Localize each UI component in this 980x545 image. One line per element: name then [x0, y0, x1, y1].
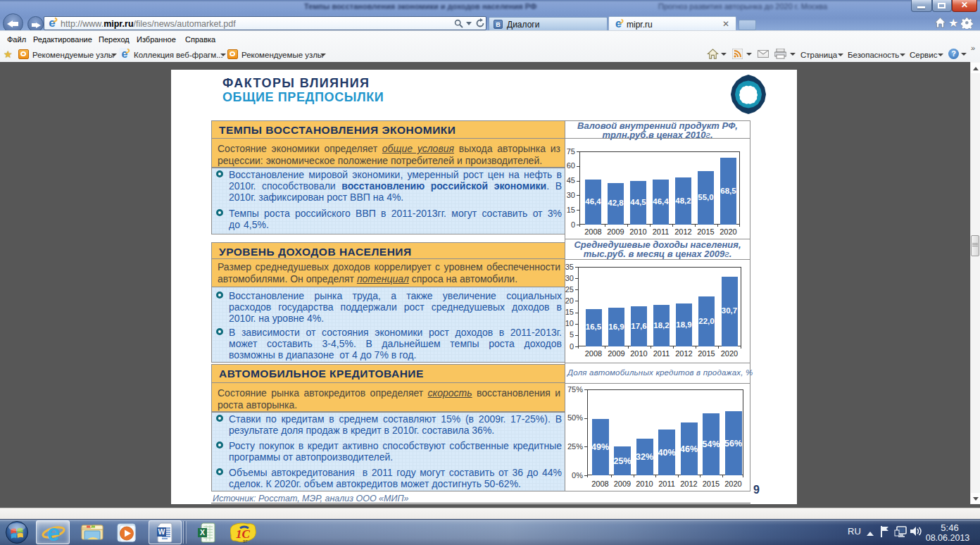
svg-text:97: 97	[243, 539, 248, 544]
svg-text:X: X	[200, 528, 205, 537]
svg-text:W: W	[158, 527, 165, 536]
